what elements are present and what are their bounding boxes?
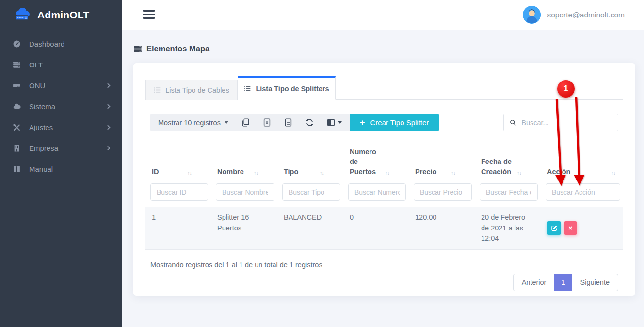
server-icon — [13, 61, 21, 69]
filter-nombre-input[interactable] — [216, 183, 274, 201]
create-tipo-splitter-button[interactable]: + Crear Tipo Splitter — [350, 114, 439, 131]
sidebar-item-ajustes[interactable]: Ajustes — [0, 117, 122, 138]
filter-accion-input[interactable] — [546, 183, 620, 201]
table-row: 1 Splitter 16 Puertos BALANCED 0 120.00 … — [145, 207, 623, 250]
tab-lista-tipo-de-cables[interactable]: Lista Tipo de Cables — [145, 80, 238, 100]
sidebar-item-label: ONU — [29, 82, 45, 90]
sidebar-nav: Dashboard OLT ONU — [0, 30, 122, 180]
sidebar-item-label: Manual — [29, 165, 53, 173]
brand-name: AdminOLT — [37, 9, 89, 21]
chevron-right-icon — [106, 125, 111, 130]
user-menu[interactable]: soporte@adminolt.com — [523, 6, 625, 24]
pagination-next-button[interactable]: Siguiente — [572, 274, 618, 291]
copy-icon — [242, 118, 250, 127]
menu-toggle-button[interactable] — [143, 10, 155, 21]
table-header-row: ID↑↓ Nombre↑↓ Tipo↑↓ Numero de Puertos↑↓… — [145, 142, 623, 183]
delete-button[interactable]: × — [564, 221, 577, 235]
caret-down-icon — [225, 121, 228, 124]
show-entries-label: Mostrar 10 registros — [158, 119, 221, 127]
records-summary: Mostrando registros del 1 al 1 de un tot… — [150, 261, 623, 269]
chevron-right-icon — [106, 146, 111, 151]
create-button-label: Crear Tipo Splitter — [370, 118, 429, 127]
export-file-button[interactable] — [284, 118, 292, 127]
user-email: soporte@adminolt.com — [547, 11, 625, 19]
gauge-icon — [13, 40, 21, 48]
refresh-icon — [306, 118, 314, 127]
sort-icon[interactable]: ↑↓ — [385, 169, 389, 177]
page-header: Elementos Mapa — [133, 44, 209, 53]
app-window: AdminOLT Dashboard OLT — [0, 0, 644, 327]
column-header-puertos[interactable]: Numero de Puertos↑↓ — [343, 142, 409, 183]
sidebar-item-manual[interactable]: Manual — [0, 159, 122, 180]
tools-icon — [13, 123, 21, 131]
topbar: soporte@adminolt.com — [122, 0, 644, 30]
main-content: Elementos Mapa Lista Tipo de Cables — [122, 30, 644, 327]
sort-icon[interactable]: ↑↓ — [320, 169, 324, 177]
pagination: Anterior 1 Siguiente — [145, 274, 618, 291]
sidebar-item-label: Sistema — [29, 102, 55, 111]
sidebar-item-onu[interactable]: ONU — [0, 75, 122, 96]
filter-tipo-input[interactable] — [282, 183, 340, 201]
column-header-tipo[interactable]: Tipo↑↓ — [277, 142, 343, 183]
pagination-prev-button[interactable]: Anterior — [513, 274, 555, 291]
refresh-button[interactable] — [306, 118, 314, 127]
splitters-table: ID↑↓ Nombre↑↓ Tipo↑↓ Numero de Puertos↑↓… — [145, 142, 623, 250]
plus-icon: + — [360, 118, 365, 127]
export-excel-button[interactable] — [263, 118, 271, 127]
filter-fecha-input[interactable] — [480, 183, 538, 201]
sort-icon[interactable]: ↑↓ — [187, 169, 192, 177]
page-title: Elementos Mapa — [146, 44, 209, 53]
sidebar-item-label: Ajustes — [29, 123, 53, 131]
column-header-id[interactable]: ID↑↓ — [145, 142, 211, 183]
tab-label: Lista Tipo de Splitters — [256, 85, 329, 93]
map-elements-icon — [133, 45, 142, 53]
table-toolbar: Mostrar 10 registros — [145, 114, 623, 131]
column-header-fecha[interactable]: Fecha de Creación↑↓ — [475, 142, 541, 183]
column-visibility-button[interactable] — [327, 118, 342, 127]
edit-pencil-icon — [551, 225, 558, 231]
columns-icon — [327, 118, 335, 127]
filter-puertos-input[interactable] — [348, 183, 406, 201]
search-input[interactable] — [521, 119, 612, 127]
tab-lista-tipo-de-splitters[interactable]: Lista Tipo de Splitters — [238, 76, 336, 100]
chevron-right-icon — [106, 104, 111, 109]
brand-logo[interactable]: AdminOLT — [0, 0, 122, 30]
cell-actions: × — [541, 207, 623, 249]
edit-button[interactable] — [547, 221, 561, 235]
sidebar-item-empresa[interactable]: Empresa — [0, 138, 122, 159]
pagination-page-1-button[interactable]: 1 — [554, 274, 572, 291]
sort-icon[interactable]: ↑↓ — [451, 169, 455, 177]
show-entries-dropdown[interactable]: Mostrar 10 registros — [158, 119, 228, 127]
device-icon — [13, 82, 21, 90]
cell-nombre: Splitter 16 Puertos — [211, 207, 277, 249]
cell-precio: 120.00 — [409, 207, 475, 249]
sidebar-item-dashboard[interactable]: Dashboard — [0, 33, 122, 54]
sort-icon[interactable]: ↑↓ — [611, 169, 615, 177]
list-icon — [154, 86, 161, 94]
book-icon — [13, 165, 21, 173]
sort-icon[interactable]: ↑↓ — [517, 169, 521, 177]
content-card: Lista Tipo de Cables Lista Tipo de Split… — [133, 63, 635, 296]
filter-id-input[interactable] — [150, 183, 208, 201]
column-header-precio[interactable]: Precio↑↓ — [409, 142, 475, 183]
sidebar-item-olt[interactable]: OLT — [0, 54, 122, 75]
copy-button[interactable] — [242, 118, 250, 127]
excel-icon — [263, 118, 271, 127]
sidebar-item-label: Dashboard — [29, 40, 64, 48]
caret-down-icon — [338, 121, 342, 124]
filter-precio-input[interactable] — [414, 183, 472, 201]
file-icon — [284, 118, 292, 127]
cell-puertos: 0 — [343, 207, 409, 249]
building-icon — [13, 144, 21, 152]
sidebar-item-sistema[interactable]: Sistema — [0, 96, 122, 117]
topbar-divider — [635, 0, 635, 30]
tab-bar: Lista Tipo de Cables Lista Tipo de Split… — [145, 63, 623, 100]
sort-icon[interactable]: ↑↓ — [254, 169, 258, 177]
tab-label: Lista Tipo de Cables — [165, 86, 229, 94]
toolbar-left-group: Mostrar 10 registros — [150, 114, 350, 131]
column-header-accion[interactable]: Acción↑↓ — [541, 142, 623, 183]
cloud-router-logo-icon — [14, 8, 33, 22]
chevron-right-icon — [106, 83, 111, 88]
column-header-nombre[interactable]: Nombre↑↓ — [211, 142, 277, 183]
annotation-step-badge: 1 — [557, 80, 575, 98]
